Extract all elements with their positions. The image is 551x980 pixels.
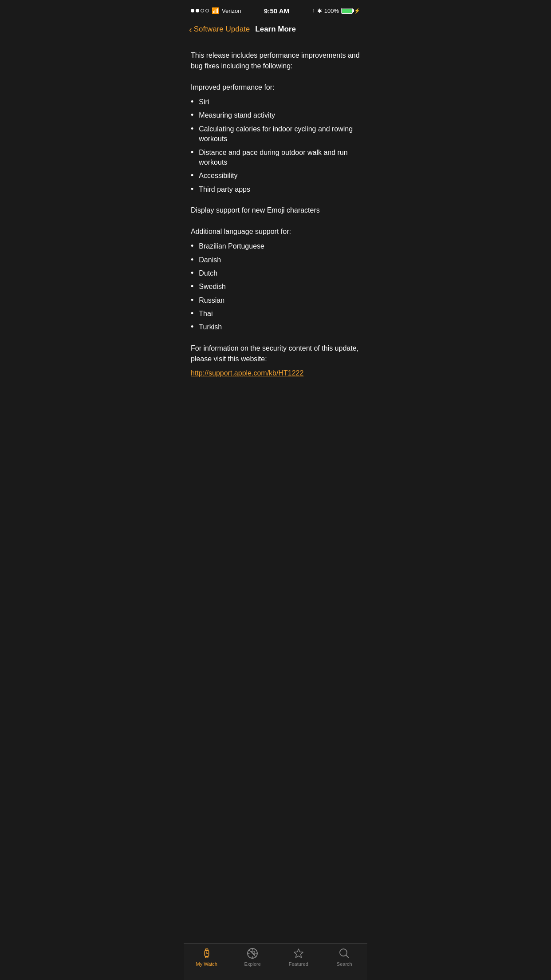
list-item: Third party apps [191, 185, 360, 194]
battery-percent: 100% [324, 8, 339, 14]
back-button[interactable]: ‹ Software Update [187, 23, 253, 36]
language-section-title: Additional language support for: [191, 226, 360, 237]
nav-bar: ‹ Software Update Learn More [184, 20, 367, 41]
list-item: Thai [191, 309, 360, 319]
signal-dot-3 [201, 9, 204, 12]
language-list: Brazilian Portuguese Danish Dutch Swedis… [191, 241, 360, 332]
list-item: Measuring stand activity [191, 111, 360, 120]
status-time: 9:50 AM [264, 7, 289, 15]
signal-strength [191, 9, 209, 12]
location-icon: ↑ [312, 8, 315, 14]
list-item: Swedish [191, 282, 360, 292]
battery-indicator: ⚡ [341, 8, 360, 14]
main-content: This release includes performance improv… [184, 41, 367, 423]
emoji-line: Display support for new Emoji characters [191, 205, 360, 216]
list-item: Brazilian Portuguese [191, 241, 360, 251]
status-bar: 📶 Verizon 9:50 AM ↑ ✱ 100% ⚡ [184, 0, 367, 20]
list-item: Calculating calories for indoor cycling … [191, 124, 360, 144]
list-item: Turkish [191, 322, 360, 332]
performance-section-title: Improved performance for: [191, 82, 360, 93]
bluetooth-icon: ✱ [317, 8, 322, 14]
status-right: ↑ ✱ 100% ⚡ [312, 8, 360, 14]
signal-dot-2 [196, 9, 199, 12]
intro-paragraph: This release includes performance improv… [191, 50, 360, 71]
carrier-name: Verizon [222, 8, 241, 14]
list-item: Danish [191, 255, 360, 265]
security-link[interactable]: http://support.apple.com/kb/HT1222 [191, 369, 303, 377]
status-left: 📶 Verizon [191, 7, 241, 14]
signal-dot-1 [191, 9, 194, 12]
security-paragraph: For information on the security content … [191, 343, 360, 364]
nav-title: Learn More [255, 25, 296, 34]
list-item: Siri [191, 97, 360, 107]
back-chevron-icon: ‹ [189, 25, 192, 34]
back-label: Software Update [194, 25, 250, 34]
list-item: Russian [191, 296, 360, 305]
list-item: Distance and pace during outdoor walk an… [191, 148, 360, 168]
performance-list: Siri Measuring stand activity Calculatin… [191, 97, 360, 194]
signal-dot-4 [205, 9, 209, 12]
list-item: Dutch [191, 269, 360, 278]
wifi-icon: 📶 [212, 7, 219, 14]
charging-icon: ⚡ [354, 8, 360, 14]
battery-body [341, 8, 353, 14]
battery-fill [342, 9, 352, 13]
list-item: Accessibility [191, 171, 360, 181]
